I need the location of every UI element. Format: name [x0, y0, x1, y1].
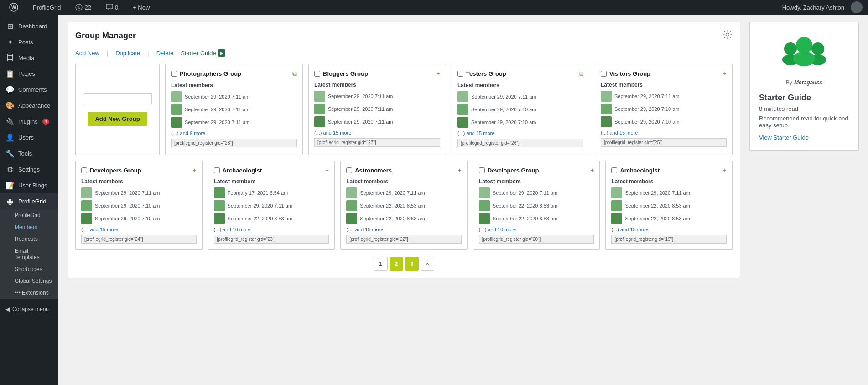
page-1-button[interactable]: 1 — [374, 257, 388, 271]
admin-bar: W ProfileGrid ↻ 22 0 + New Howdy, Zachar… — [0, 0, 868, 15]
duplicate-link[interactable]: Duplicate — [115, 50, 140, 57]
sidebar-item-dashboard[interactable]: ⊞ Dashboard — [0, 18, 58, 34]
group-checkbox-testers[interactable] — [457, 71, 463, 77]
member-avatar — [214, 213, 225, 224]
group-card-header: Astronomers + — [346, 166, 462, 174]
member-row: September 22, 2020 8:53 am — [346, 213, 462, 224]
group-checkbox-bloggers[interactable] — [314, 71, 320, 77]
delete-link[interactable]: Delete — [156, 50, 174, 57]
group-checkbox-archaeologist[interactable] — [214, 167, 220, 173]
group-card-bloggers: Bloggers Group + Latest members Septembe… — [308, 64, 446, 155]
comments-count[interactable]: 0 — [102, 0, 122, 15]
group-card-header: Visitors Group + — [601, 70, 727, 77]
latest-members-label: Latest members — [611, 178, 727, 185]
group-card-header: Bloggers Group + — [314, 70, 440, 77]
member-avatar — [457, 91, 468, 102]
submenu-requests[interactable]: Requests — [0, 233, 58, 245]
shortcode-developers2[interactable]: [profilegrid_register gid="20"] — [479, 235, 594, 244]
profilegrid-logo — [759, 31, 849, 74]
sidebar-item-user-blogs[interactable]: 📝 User Blogs — [0, 177, 58, 193]
group-checkbox-astronomers[interactable] — [346, 167, 352, 173]
view-starter-guide-link[interactable]: View Starter Guide — [759, 134, 849, 141]
copy-icon-photographers[interactable]: ⧉ — [292, 70, 297, 78]
more-members-link: (...) and 15 more — [457, 130, 583, 136]
plus-icon-astronomers[interactable]: + — [458, 166, 462, 174]
member-avatar — [81, 200, 92, 211]
add-group-card: Add New Group — [75, 64, 160, 155]
plus-icon-archaeologist[interactable]: + — [325, 166, 329, 174]
member-avatar — [601, 116, 612, 127]
submenu-shortcodes[interactable]: Shortcodes — [0, 263, 58, 275]
new-content[interactable]: + New — [129, 0, 153, 15]
updates-count[interactable]: ↻ 22 — [72, 0, 94, 15]
plugins-icon: 🔌 — [5, 117, 15, 126]
plus-icon-developers2[interactable]: + — [590, 166, 594, 174]
group-checkbox-photographers[interactable] — [171, 71, 177, 77]
shortcode-astronomers[interactable]: [profilegrid_register gid="22"] — [346, 235, 462, 244]
comments-icon: 💬 — [5, 85, 15, 94]
plus-icon-developers[interactable]: + — [192, 166, 196, 174]
submenu-global-settings[interactable]: Global Settings — [0, 275, 58, 287]
submenu-profilegrid[interactable]: ProfileGrid — [0, 209, 58, 221]
sidebar-item-media[interactable]: 🖼 Media — [0, 50, 58, 66]
submenu-members[interactable]: Members — [0, 221, 58, 233]
member-avatar — [611, 200, 622, 211]
shortcode-testers[interactable]: [profilegrid_register gid="26"] — [457, 139, 583, 147]
group-name-photographers: Photographers Group — [180, 70, 290, 77]
site-name[interactable]: ProfileGrid — [29, 0, 64, 15]
sidebar-item-appearance[interactable]: 🎨 Appearance — [0, 98, 58, 114]
member-row: September 29, 2020 7:11 am — [81, 187, 197, 198]
page-2-button[interactable]: 2 — [390, 257, 403, 271]
group-card-visitors: Visitors Group + Latest members Septembe… — [595, 64, 733, 155]
sidebar-item-profilegrid[interactable]: ◉ ProfileGrid — [0, 193, 58, 209]
svg-point-5 — [726, 33, 729, 36]
svg-point-8 — [811, 42, 824, 55]
user-avatar[interactable] — [851, 1, 863, 13]
member-row: September 29, 2020 7:11 am — [479, 187, 594, 198]
group-name-developers2: Developers Group — [488, 167, 587, 174]
sidebar-item-plugins[interactable]: 🔌 Plugins 4 — [0, 114, 58, 130]
submenu-extensions[interactable]: ••• Extensions — [0, 287, 58, 299]
shortcode-bloggers[interactable]: [profilegrid_register gid="27"] — [314, 138, 440, 147]
main-content-area: Group Manager Add New | Duplicate | — [58, 15, 868, 385]
member-row: September 29, 2020 7:11 am — [346, 187, 462, 198]
tools-icon: 🔧 — [5, 149, 15, 158]
starter-guide-link[interactable]: Starter Guide ▶ — [181, 49, 225, 57]
latest-members-label: Latest members — [479, 178, 594, 185]
group-checkbox-archaeologist2[interactable] — [611, 167, 617, 173]
plus-icon-visitors[interactable]: + — [723, 70, 727, 77]
plus-icon-archaeologist2[interactable]: + — [723, 166, 727, 174]
group-checkbox-developers[interactable] — [81, 167, 87, 173]
sidebar-item-pages[interactable]: 📋 Pages — [0, 66, 58, 82]
plugins-badge: 4 — [42, 119, 50, 125]
sidebar-item-posts[interactable]: ✦ Posts — [0, 34, 58, 50]
group-checkbox-visitors[interactable] — [601, 71, 607, 77]
settings-gear-button[interactable] — [722, 30, 733, 42]
shortcode-visitors[interactable]: [profilegrid_register gid="25"] — [601, 138, 727, 147]
sidebar-item-users[interactable]: 👤 Users — [0, 130, 58, 146]
add-new-group-button[interactable]: Add New Group — [88, 112, 147, 126]
member-row: September 29, 2020 7:10 am — [81, 213, 197, 224]
submenu-email-templates[interactable]: Email Templates — [0, 245, 58, 263]
member-row: September 29, 2020 7:11 am — [457, 91, 583, 102]
page-3-button[interactable]: 3 — [405, 257, 419, 271]
group-search-input[interactable] — [83, 93, 152, 104]
collapse-menu[interactable]: ◀ Collapse menu — [0, 302, 58, 316]
gm-header: Group Manager — [75, 30, 733, 42]
wp-logo[interactable]: W — [5, 0, 22, 15]
shortcode-photographers[interactable]: [profilegrid_register gid="28"] — [171, 139, 297, 147]
member-row: September 29, 2020 7:10 am — [601, 116, 727, 127]
group-checkbox-developers2[interactable] — [479, 167, 485, 173]
more-members-link: (...) and 15 more — [314, 130, 440, 135]
plus-icon-bloggers[interactable]: + — [437, 70, 440, 77]
add-new-link[interactable]: Add New — [75, 50, 99, 57]
copy-icon-testers[interactable]: ⧉ — [579, 70, 583, 78]
content-flex: Group Manager Add New | Duplicate | — [68, 22, 859, 287]
shortcode-developers[interactable]: [profilegrid_register gid="24"] — [81, 235, 197, 244]
shortcode-archaeologist[interactable]: [profilegrid_register gid="23"] — [214, 235, 329, 244]
sidebar-item-comments[interactable]: 💬 Comments — [0, 82, 58, 98]
sidebar-item-settings[interactable]: ⚙ Settings — [0, 161, 58, 177]
shortcode-archaeologist2[interactable]: [profilegrid_register gid="19"] — [611, 235, 727, 244]
page-next-button[interactable]: » — [421, 257, 434, 271]
sidebar-item-tools[interactable]: 🔧 Tools — [0, 146, 58, 161]
